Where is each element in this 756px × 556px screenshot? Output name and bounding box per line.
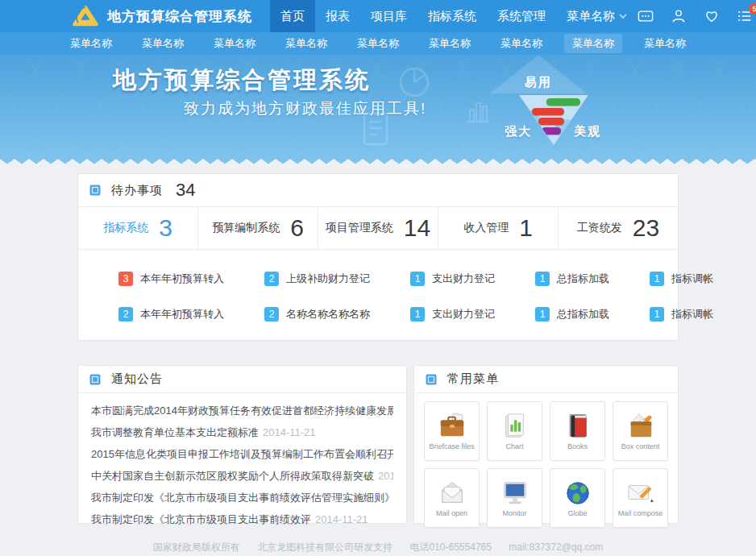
tab-income-management[interactable]: 收入管理1	[438, 207, 559, 249]
mail-compose-icon	[625, 479, 656, 507]
main-nav: 首页 报表 项目库 指标系统 系统管理 菜单名称	[270, 0, 638, 32]
count-badge: 2	[264, 272, 279, 286]
todo-item-rows: 3本年年初预算转入 2上级补助财力登记 1支出财力登记 1总指标加载 1指标调帐…	[78, 250, 678, 340]
page: 地方预算综合管理系统 首页 报表 项目库 指标系统 系统管理 菜单名称	[0, 0, 756, 556]
todo-item[interactable]: 2名称名称名称名称	[224, 297, 370, 332]
hero-subtitle: 致力成为地方财政最佳应用工具!	[184, 98, 426, 119]
user-icon[interactable]	[671, 8, 687, 24]
menu-item-globe[interactable]: Globe	[550, 468, 605, 528]
tab-salary-dispatch[interactable]: 工资统发23	[559, 207, 678, 249]
menu-panel-header: 常用菜单	[414, 366, 678, 393]
menu-item-mail-open[interactable]: Mail open	[424, 468, 480, 528]
hero-title: 地方预算综合管理系统	[113, 64, 371, 97]
todo-item[interactable]: 2上级补助财力登记	[224, 261, 370, 297]
subnav-item-3[interactable]: 菜单名称	[206, 34, 264, 53]
subnav-item-8[interactable]: 菜单名称	[564, 34, 622, 53]
tab-indicator-system[interactable]: 指标系统3	[78, 207, 198, 249]
count-badge: 1	[410, 272, 425, 286]
todo-item[interactable]: 1指标调帐	[609, 261, 713, 297]
feature-label-powerful: 强大	[492, 124, 544, 139]
panel-window-icon	[89, 374, 101, 385]
nav-item-system[interactable]: 系统管理	[487, 0, 556, 32]
todo-item[interactable]: 3本年年初预算转入	[78, 261, 224, 297]
panel-window-icon	[89, 185, 101, 196]
notice-title: 通知公告	[111, 371, 163, 387]
keyboard-icon[interactable]	[638, 8, 654, 24]
notice-date: 2014-11-21	[315, 513, 368, 525]
todo-item[interactable]: 1支出财力登记	[370, 297, 495, 332]
count-badge: 2	[264, 307, 279, 322]
menu-title: 常用菜单	[447, 371, 499, 387]
footer-copyright: 国家财政局版权所有	[153, 541, 240, 553]
hero-banner: 地方预算综合管理系统 致力成为地方财政最佳应用工具! 易用 强大 美观	[0, 55, 756, 157]
todo-tabs: 指标系统3 预算编制系统6 项目管理系统14 收入管理1 工资统发23	[78, 207, 678, 250]
notice-item[interactable]: 我市制定印发《北京市市级项目支出事前绩效评估管理实施细则》2014-11-21	[91, 487, 393, 508]
briefcase-icon	[437, 413, 467, 440]
panel-window-icon	[426, 374, 437, 385]
pie-chart-decor-icon	[397, 64, 432, 100]
subnav-item-9[interactable]: 菜单名称	[636, 34, 694, 53]
feature-label-beautiful: 美观	[562, 124, 613, 139]
notice-list: 本市圆满完成2014年财政预算任务有效促进首都经济持续健康发展2015-01-0…	[78, 393, 406, 530]
app-title: 地方预算综合管理系统	[107, 7, 252, 26]
footer-support: 北京龙图科技有限公司研发支持	[257, 541, 393, 553]
menu-grid: Briefcase files Chart	[414, 393, 678, 536]
subnav-item-7[interactable]: 菜单名称	[492, 34, 550, 53]
count-badge: 1	[650, 272, 664, 286]
notice-panel-header: 通知公告	[78, 366, 406, 393]
notice-date: 2014-11-21	[263, 426, 316, 438]
menu-item-briefcase-files[interactable]: Briefcase files	[424, 401, 480, 461]
subnav-item-2[interactable]: 菜单名称	[134, 34, 192, 53]
bottom-panels: 通知公告 本市圆满完成2014年财政预算任务有效促进首都经济持续健康发展2015…	[77, 365, 679, 524]
app-logo-icon	[72, 5, 99, 27]
footer: 国家财政局版权所有 北京龙图科技有限公司研发支持 电话010-65554765 …	[0, 541, 756, 554]
todo-item[interactable]: 1指标调帐	[609, 297, 713, 332]
tab-project-management[interactable]: 项目管理系统14	[318, 207, 438, 249]
chart-icon	[500, 413, 530, 440]
notice-item[interactable]: 我市调整教育单位基本支出定额标准2014-11-21	[91, 421, 393, 443]
nav-item-home[interactable]: 首页	[270, 0, 315, 32]
notice-item[interactable]: 中关村国家自主创新示范区股权奖励个人所得政策取得新突破2014-11-21	[91, 465, 393, 487]
menu-item-mail-compose[interactable]: Mail compose	[613, 468, 668, 528]
top-icon-group: 5	[638, 8, 756, 24]
todo-item[interactable]: 1支出财力登记	[370, 261, 495, 297]
notice-item[interactable]: 我市制定印发《北京市市级项目支出事前绩效评2014-11-21	[91, 508, 393, 530]
todo-panel-header: 待办事项 34	[78, 174, 678, 207]
todo-total: 34	[176, 180, 195, 201]
subnav-item-6[interactable]: 菜单名称	[421, 34, 479, 53]
count-badge: 1	[535, 307, 550, 322]
todo-item[interactable]: 1总指标加载	[495, 297, 609, 332]
menu-item-box-content[interactable]: Box content	[613, 401, 668, 461]
count-badge: 2	[118, 307, 133, 322]
mail-open-icon	[437, 479, 467, 507]
todo-item[interactable]: 2本年年初预算转入	[78, 297, 224, 332]
tab-budget-compile[interactable]: 预算编制系统6	[198, 207, 318, 249]
notice-item[interactable]: 本市圆满完成2014年财政预算任务有效促进首都经济持续健康发展2015-01-0…	[91, 400, 393, 421]
feature-label-easy: 易用	[525, 75, 552, 93]
feature-triangle-easy: 易用	[490, 55, 587, 93]
notification-badge: 5	[749, 3, 756, 15]
todo-row-2: 2本年年初预算转入 2名称名称名称名称 1支出财力登记 1总指标加载 1指标调帐	[78, 297, 678, 332]
main-content: 待办事项 34 指标系统3 预算编制系统6 项目管理系统14 收入管理1 工资统…	[0, 164, 756, 554]
todo-title: 待办事项	[111, 183, 163, 198]
nav-item-projects[interactable]: 项目库	[360, 0, 417, 32]
todo-row-1: 3本年年初预算转入 2上级补助财力登记 1支出财力登记 1总指标加载 1指标调帐	[78, 261, 678, 297]
notice-date: 2014-11-21	[378, 470, 393, 482]
notice-item[interactable]: 2015年信息化类项目申报工作培训及预算编制工作布置会顺利召开2014-11-2…	[91, 443, 393, 465]
subnav-item-1[interactable]: 菜单名称	[62, 34, 120, 53]
nav-item-indicators[interactable]: 指标系统	[417, 0, 487, 32]
list-icon[interactable]: 5	[737, 8, 753, 24]
menu-item-books[interactable]: Books	[550, 401, 605, 461]
nav-item-menu[interactable]: 菜单名称	[556, 0, 638, 32]
menu-item-chart[interactable]: Chart	[487, 401, 542, 461]
books-icon	[563, 413, 593, 440]
subnav-item-5[interactable]: 菜单名称	[349, 34, 407, 53]
heart-icon[interactable]	[704, 8, 720, 24]
subnav-item-4[interactable]: 菜单名称	[277, 34, 335, 53]
top-navbar: 地方预算综合管理系统 首页 报表 项目库 指标系统 系统管理 菜单名称	[0, 0, 756, 32]
todo-item[interactable]: 1总指标加载	[495, 261, 609, 297]
hero-wave-edge	[0, 157, 756, 164]
menu-item-monitor[interactable]: Monitor	[487, 468, 542, 528]
nav-item-reports[interactable]: 报表	[315, 0, 360, 32]
todo-panel: 待办事项 34 指标系统3 预算编制系统6 项目管理系统14 收入管理1 工资统…	[77, 173, 679, 341]
